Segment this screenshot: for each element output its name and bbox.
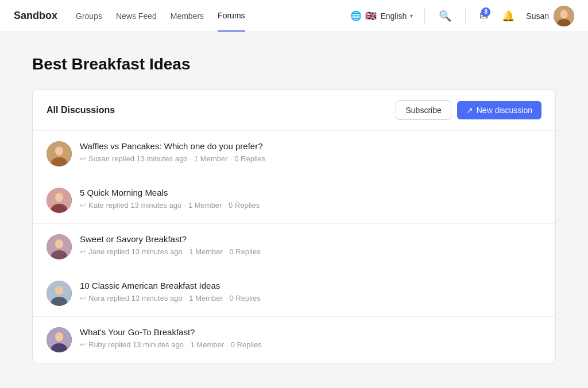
new-discussion-icon: ↗ [466, 106, 473, 115]
discussions-card: All Discussions Subscribe ↗ New discussi… [32, 90, 556, 363]
discussion-item: Waffles vs Pancakes: Which one do you pr… [33, 131, 555, 177]
user-menu[interactable]: Susan [526, 6, 574, 26]
meta-dot: · [189, 154, 192, 163]
language-selector[interactable]: 🌐 🇬🇧 English ▾ [350, 10, 413, 21]
card-header: All Discussions Subscribe ↗ New discussi… [33, 90, 555, 131]
discussion-replied-2: replied 13 minutes ago [107, 247, 183, 256]
discussion-avatar-2 [47, 234, 72, 259]
nav-divider-2 [465, 9, 466, 23]
reply-icon: ↩ [80, 340, 86, 349]
discussion-content-3: 10 Classic American Breakfast Ideas ↩ No… [80, 281, 541, 302]
search-icon: 🔍 [439, 10, 451, 22]
discussion-title-0[interactable]: Waffles vs Pancakes: Which one do you pr… [80, 141, 541, 151]
flag-icon: 🇬🇧 [365, 10, 377, 21]
discussion-author-0: Susan [88, 154, 110, 163]
nav-right: 🌐 🇬🇧 English ▾ 🔍 ✉ 8 🔔 Susan [350, 6, 574, 26]
discussion-meta-4: ↩ Ruby replied 13 minutes ago · 1 Member… [80, 340, 541, 349]
discussion-item: 5 Quick Morning Meals ↩ Kate replied 13 … [33, 177, 555, 224]
discussion-author-4: Ruby [88, 340, 106, 349]
messages-badge: 8 [481, 7, 490, 17]
nav-divider [424, 9, 425, 23]
nav-link-groups[interactable]: Groups [76, 1, 102, 31]
discussion-replied-3: replied 13 minutes ago [107, 294, 183, 302]
notifications-button[interactable]: 🔔 [500, 7, 517, 25]
nav-link-newsfeed[interactable]: News Feed [116, 1, 157, 31]
discussion-members-1: 1 Member [188, 201, 222, 209]
main-content: Best Breakfast Ideas All Discussions Sub… [18, 32, 570, 377]
reply-icon: ↩ [80, 247, 86, 256]
meta-dot-2: · [225, 247, 227, 256]
discussion-avatar-0 [47, 141, 72, 166]
discussion-author-1: Kate [88, 201, 104, 209]
meta-dot: · [185, 247, 187, 256]
new-discussion-button[interactable]: ↗ New discussion [457, 101, 541, 119]
discussion-replied-4: replied 13 minutes ago [108, 340, 184, 349]
svg-point-3 [560, 10, 567, 17]
svg-point-15 [55, 286, 63, 295]
discussion-replied-0: replied 13 minutes ago [112, 154, 188, 163]
discussion-item: What's Your Go-To Breakfast? ↩ Ruby repl… [33, 317, 555, 363]
discussion-author-2: Jane [88, 247, 105, 256]
reply-icon: ↩ [80, 154, 86, 163]
discussion-avatar-4 [47, 327, 72, 352]
discussion-content-1: 5 Quick Morning Meals ↩ Kate replied 13 … [80, 188, 541, 209]
nav-link-forums[interactable]: Forums [218, 1, 245, 32]
reply-icon: ↩ [80, 294, 86, 302]
discussion-title-4[interactable]: What's Your Go-To Breakfast? [80, 327, 541, 337]
nav-link-members[interactable]: Members [171, 1, 204, 31]
meta-dot: · [185, 294, 187, 302]
discussion-avatar-3 [47, 281, 72, 306]
discussion-meta-0: ↩ Susan replied 13 minutes ago · 1 Membe… [80, 154, 541, 163]
discussion-list: Waffles vs Pancakes: Which one do you pr… [33, 131, 555, 363]
discussion-replies-4: 0 Replies [231, 340, 262, 349]
meta-dot: · [184, 201, 186, 209]
discussion-author-3: Nora [88, 294, 105, 302]
discussion-content-2: Sweet or Savory Breakfast? ↩ Jane replie… [80, 234, 541, 256]
discussion-item: Sweet or Savory Breakfast? ↩ Jane replie… [33, 224, 555, 270]
meta-dot-2: · [226, 340, 229, 349]
svg-point-12 [55, 239, 63, 249]
discussion-content-4: What's Your Go-To Breakfast? ↩ Ruby repl… [80, 327, 541, 349]
reply-icon: ↩ [80, 201, 86, 209]
meta-dot-2: · [224, 201, 226, 209]
footer: © 2024 · Sandbox [18, 377, 570, 388]
discussion-members-0: 1 Member [194, 154, 228, 163]
subscribe-button[interactable]: Subscribe [396, 100, 451, 120]
header-actions: Subscribe ↗ New discussion [396, 100, 541, 120]
discussion-members-4: 1 Member [191, 340, 225, 349]
meta-dot-2: · [225, 294, 227, 302]
svg-point-6 [55, 146, 63, 156]
discussion-item: 10 Classic American Breakfast Ideas ↩ No… [33, 270, 555, 317]
page-title: Best Breakfast Ideas [32, 55, 556, 73]
discussion-members-2: 1 Member [189, 247, 223, 256]
meta-dot: · [186, 340, 188, 349]
language-label: English [380, 11, 407, 21]
all-discussions-title: All Discussions [47, 105, 115, 115]
svg-point-9 [55, 193, 63, 202]
search-button[interactable]: 🔍 [436, 7, 454, 25]
logo[interactable]: Sandbox [14, 10, 57, 22]
discussion-replied-1: replied 13 minutes ago [106, 201, 182, 209]
discussion-replies-0: 0 Replies [234, 154, 265, 163]
bell-icon: 🔔 [502, 10, 514, 22]
discussion-meta-2: ↩ Jane replied 13 minutes ago · 1 Member… [80, 247, 541, 256]
discussion-replies-2: 0 Replies [230, 247, 261, 256]
meta-dot-2: · [230, 154, 233, 163]
navbar: Sandbox Groups News Feed Members Forums … [0, 0, 588, 32]
discussion-title-1[interactable]: 5 Quick Morning Meals [80, 188, 541, 197]
user-name: Susan [526, 11, 549, 21]
discussion-replies-1: 0 Replies [229, 201, 260, 209]
discussion-meta-3: ↩ Nora replied 13 minutes ago · 1 Member… [80, 294, 541, 302]
discussion-members-3: 1 Member [189, 294, 223, 302]
discussion-avatar-1 [47, 188, 72, 213]
messages-button[interactable]: ✉ 8 [477, 7, 490, 25]
globe-icon: 🌐 [350, 10, 362, 21]
discussion-meta-1: ↩ Kate replied 13 minutes ago · 1 Member… [80, 201, 541, 209]
chevron-down-icon: ▾ [410, 13, 413, 19]
discussion-title-3[interactable]: 10 Classic American Breakfast Ideas [80, 281, 541, 290]
discussion-title-2[interactable]: Sweet or Savory Breakfast? [80, 234, 541, 244]
user-avatar [554, 6, 574, 26]
new-discussion-label: New discussion [477, 106, 532, 115]
discussion-replies-3: 0 Replies [230, 294, 261, 302]
svg-point-18 [55, 332, 63, 342]
